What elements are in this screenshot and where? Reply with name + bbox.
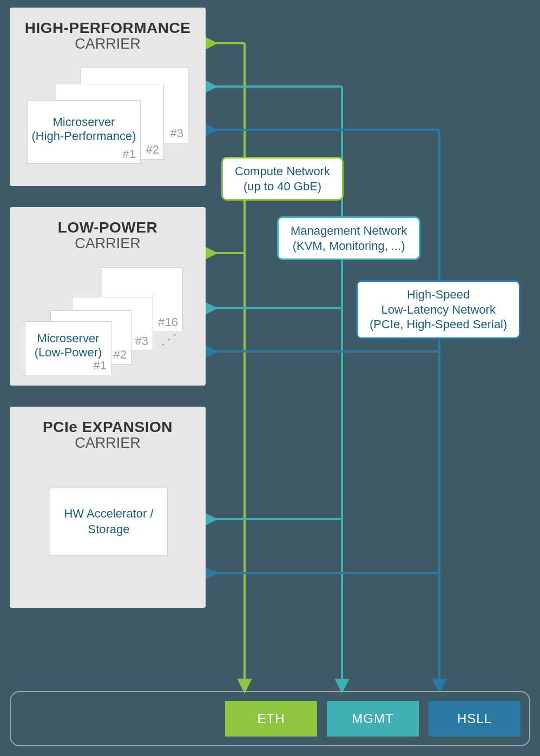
card-number: #1 [123,147,136,161]
carrier-pcie-expansion: PCIe EXPANSION CARRIER HW Accelerator / … [10,407,206,608]
carrier-title-bold: PCIe EXPANSION [10,419,206,436]
hw-card-label: HW Accelerator / [64,506,153,522]
microserver-card-1: Microserver (Low-Power) #1 [25,321,111,375]
card-number: #1 [94,359,107,373]
network-label-hsll: High-Speed Low-Latency Network (PCIe, Hi… [356,280,521,339]
hw-card-label: Storage [88,522,129,538]
hw-accelerator-card: HW Accelerator / Storage [50,488,168,556]
carrier-title-bold: LOW-POWER [10,219,206,236]
network-label-management: Management Network (KVM, Monitoring, ...… [277,216,420,260]
external-interface-hsll: HSLL [429,701,521,737]
card-number: #3 [135,334,148,348]
carrier-title-bold: HIGH-PERFORMANCE [10,19,206,37]
external-interface-eth: ETH [225,701,317,737]
external-interface-mgmt: MGMT [327,701,419,737]
card-label: Microserver (Low-Power) [25,331,111,360]
microserver-card-1: Microserver (High-Performance) #1 [27,100,141,164]
footer-title: External Interfaces [19,711,193,726]
carrier-high-performance: HIGH-PERFORMANCE CARRIER #3 #2 Microserv… [10,8,206,186]
carrier-cards: #3 #2 Microserver (High-Performance) #1 [10,68,206,165]
carrier-title-light: CARRIER [10,235,206,252]
card-number: #2 [146,143,159,157]
network-label-compute: Compute Network (up to 40 GbE) [221,157,344,201]
carrier-cards: #16 ··· #3 #2 Microserver (Low-Power) #1 [10,267,206,364]
external-interfaces-row: External Interfaces ETH MGMT HSLL [10,691,530,746]
card-number: #2 [114,348,127,362]
carrier-title-light: CARRIER [10,435,206,452]
carrier-low-power: LOW-POWER CARRIER #16 ··· #3 #2 Microser… [10,207,206,386]
carrier-title-light: CARRIER [10,36,206,52]
card-number: #3 [170,127,183,141]
card-label: Microserver (High-Performance) [28,115,140,144]
